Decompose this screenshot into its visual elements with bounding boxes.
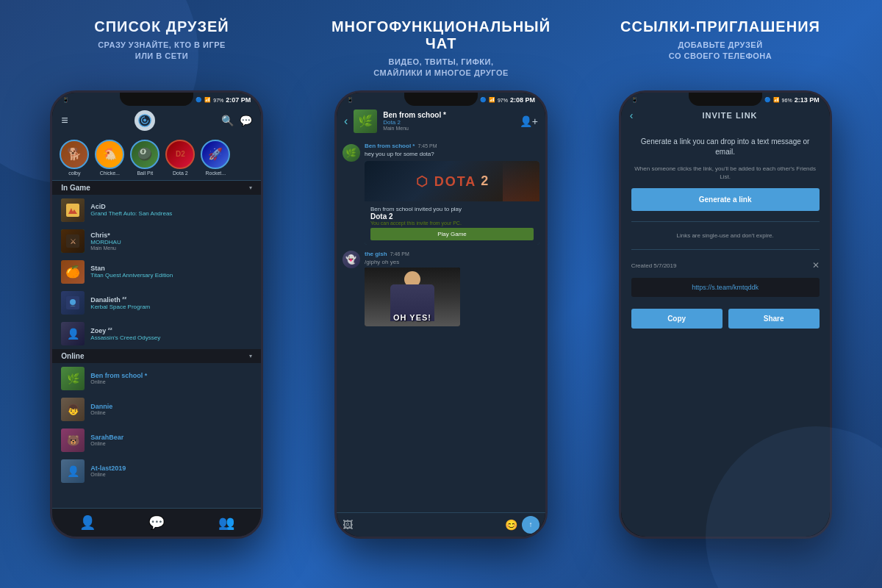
divider: [631, 221, 820, 222]
ingame-section-header: In Game ▾: [52, 181, 261, 195]
play-game-button[interactable]: Play Game: [370, 228, 534, 240]
friend-zoey[interactable]: 👤 Zoey zz Assassin's Creed Odyssey: [52, 318, 261, 349]
friend-danalieth[interactable]: Danalieth zz Kerbal Space Program: [52, 287, 261, 318]
link-actions: Copy Share: [631, 309, 820, 329]
friend-benfromschool[interactable]: 🌿 Ben from school * Online: [52, 363, 261, 394]
feature-subtitle-invite: ДОБАВЬТЕ ДРУЗЕЙСО СВОЕГО ТЕЛЕФОНА: [581, 40, 860, 62]
p2-add-friend-icon[interactable]: 👤+: [520, 115, 538, 127]
p3-status-bar: 📱 🔵 📶 96% 2:13 PM: [621, 93, 830, 106]
created-date: Created 5/7/2019: [631, 262, 677, 269]
scroll-friend-ballpit[interactable]: 🎱 Ball Pit: [130, 140, 159, 176]
gish-avatar: 👻: [343, 251, 360, 268]
invite-sub-description: When someone clicks the link, you'll be …: [631, 165, 820, 181]
generate-link-button[interactable]: Generate a link: [631, 188, 820, 211]
divider-2: [631, 249, 820, 250]
phone-1-screen: 📱 🔵 📶 97% 2:07 PM ≡: [52, 93, 261, 537]
features-header: СПИСОК ДРУЗЕЙ СРАЗУ УЗНАЙТЕ, КТО В ИГРЕИ…: [0, 0, 882, 90]
phone-2-frame: 📱 🔵 📶 97% 2:08 PM ‹ 🌿 Ben from school *: [334, 90, 548, 539]
phone-3-screen: 📱 🔵 📶 96% 2:13 PM ‹ INVITE LINK Generat: [621, 93, 830, 537]
feature-title-chat: МНОГОФУНКЦИОНАЛЬНЫЙЧАТ: [301, 18, 581, 52]
invite-url: https://s.team/kmtqddk: [639, 284, 812, 291]
page-container: СПИСОК ДРУЗЕЙ СРАЗУ УЗНАЙТЕ, КТО В ИГРЕИ…: [0, 0, 882, 588]
p3-title: INVITE LINK: [639, 111, 820, 120]
hamburger-icon[interactable]: ≡: [61, 114, 68, 127]
svg-point-6: [70, 299, 76, 305]
svg-rect-2: [66, 204, 79, 217]
steam-logo: [135, 110, 155, 131]
scroll-friend-dota2[interactable]: D2 Dota 2: [165, 140, 195, 176]
p2-user-avatar: 🌿: [354, 110, 377, 133]
friend-stan-avatar: 🍊: [61, 260, 85, 284]
feature-title-friends: СПИСОК ДРУЗЕЙ: [22, 18, 301, 35]
share-link-button[interactable]: Share: [728, 309, 820, 329]
p2-chat-header: ‹ 🌿 Ben from school * Dota 2 Main Menu 👤…: [337, 106, 545, 137]
chat-message-area: 🌿 Ben from school * 7:45 PM hey you up f…: [337, 137, 545, 512]
feature-block-friends: СПИСОК ДРУЗЕЙ СРАЗУ УЗНАЙТЕ, КТО В ИГРЕИ…: [22, 18, 301, 79]
emoji-icon[interactable]: 😊: [505, 519, 517, 531]
single-use-notice: Links are single-use and don't expire.: [631, 232, 820, 239]
close-link-button[interactable]: ✕: [812, 260, 820, 270]
p2-phone-nav: [337, 537, 545, 539]
phone-1-frame: 📱 🔵 📶 97% 2:07 PM ≡: [50, 90, 263, 539]
scroll-friend-chicken[interactable]: 🐔 Chicke...: [95, 140, 124, 176]
oh-yes-text: OH YES!: [393, 313, 431, 322]
friend-chris[interactable]: ⚔ Chris* MORDHAU Main Menu: [52, 226, 261, 257]
chat-msg-2: 👻 the gish 7:46 PM /giphy oh yes: [343, 251, 539, 326]
chat-icon[interactable]: 💬: [240, 115, 252, 126]
friend-dannie[interactable]: 👦 Dannie Online: [52, 394, 261, 425]
friends-scroll-row[interactable]: 🐕 colby 🐔 Chicke... 🎱 Ba: [52, 135, 261, 181]
online-section-header: Online ▾: [52, 349, 261, 363]
friend-zoey-avatar: 👤: [61, 322, 85, 345]
svg-point-1: [143, 118, 146, 121]
feature-subtitle-chat: ВИДЕО, ТВИТЫ, ГИФКИ,СМАЙЛИКИ И МНОГОЕ ДР…: [301, 57, 581, 79]
nav-friends-icon[interactable]: 👥: [218, 514, 234, 531]
p3-phone-nav: [621, 537, 830, 539]
giphy-gif: OH YES!: [365, 268, 460, 326]
nav-person-icon[interactable]: 👤: [79, 514, 96, 531]
feature-block-chat: МНОГОФУНКЦИОНАЛЬНЫЙЧАТ ВИДЕО, ТВИТЫ, ГИФ…: [301, 18, 581, 79]
friend-atlast-avatar: 👤: [61, 459, 85, 483]
chat-input-bar: 🖼 😊 ↑: [337, 512, 545, 537]
friend-dannie-avatar: 👦: [61, 398, 85, 421]
scroll-friend-rocket[interactable]: 🚀 Rocket...: [201, 140, 230, 176]
msg1-avatar: 🌿: [343, 144, 360, 162]
feature-title-invite: ССЫЛКИ-ПРИГЛАШЕНИЯ: [581, 18, 860, 35]
link-url-box: https://s.team/kmtqddk: [631, 278, 820, 297]
p1-status-bar: 📱 🔵 📶 97% 2:07 PM: [52, 93, 261, 106]
friend-acid[interactable]: AciD Grand Theft Auto: San Andreas: [52, 195, 261, 226]
p3-invite-header: ‹ INVITE LINK: [621, 106, 830, 125]
p2-status-bar: 📱 🔵 📶 97% 2:08 PM: [337, 93, 545, 106]
phone-2-screen: 📱 🔵 📶 97% 2:08 PM ‹ 🌿 Ben from school *: [337, 93, 545, 537]
friend-atlast2019[interactable]: 👤 At-last2019 Online: [52, 456, 261, 487]
friend-acid-avatar: [61, 198, 85, 222]
send-button[interactable]: ↑: [522, 516, 539, 534]
phone-3-frame: 📱 🔵 📶 96% 2:13 PM ‹ INVITE LINK Generat: [619, 90, 832, 539]
copy-link-button[interactable]: Copy: [631, 309, 723, 329]
invite-main-description: Generate a link you can drop into a text…: [631, 137, 820, 157]
chat-msg-1: 🌿 Ben from school * 7:45 PM hey you up f…: [343, 143, 539, 245]
phones-container: 📱 🔵 📶 97% 2:07 PM ≡: [0, 90, 882, 588]
feature-subtitle-friends: СРАЗУ УЗНАЙТЕ, КТО В ИГРЕИЛИ В СЕТИ: [22, 40, 301, 62]
svg-text:⚔: ⚔: [70, 237, 76, 245]
search-icon[interactable]: 🔍: [221, 115, 234, 126]
p1-phone-nav: [52, 537, 261, 539]
attach-icon[interactable]: 🖼: [343, 519, 353, 531]
p3-back-button[interactable]: ‹: [630, 110, 634, 121]
friend-sarah-avatar: 🐻: [61, 429, 85, 452]
dota2-invite-card: ⬡ DOTA 2 Ben from school invited you to …: [365, 161, 539, 245]
friend-danalieth-avatar: [61, 291, 85, 315]
friend-stan[interactable]: 🍊 Stan Titan Quest Anniversary Edition: [52, 257, 261, 287]
friend-chris-avatar: ⚔: [61, 229, 85, 253]
created-row: Created 5/7/2019 ✕: [631, 260, 820, 270]
feature-block-invite: ССЫЛКИ-ПРИГЛАШЕНИЯ ДОБАВЬТЕ ДРУЗЕЙСО СВО…: [581, 18, 860, 79]
nav-chat-icon[interactable]: 💬: [148, 514, 165, 531]
p1-bottom-nav: 👤 💬 👥: [52, 508, 261, 537]
friend-sarahbear[interactable]: 🐻 SarahBear Online: [52, 425, 261, 456]
scroll-friend-colby[interactable]: 🐕 colby: [60, 140, 89, 176]
p2-back-button[interactable]: ‹: [344, 115, 348, 128]
invite-link-content: Generate a link you can drop into a text…: [621, 125, 830, 537]
p1-app-header: ≡ 🔍 💬: [52, 106, 261, 135]
friend-ben-avatar: 🌿: [61, 367, 85, 390]
